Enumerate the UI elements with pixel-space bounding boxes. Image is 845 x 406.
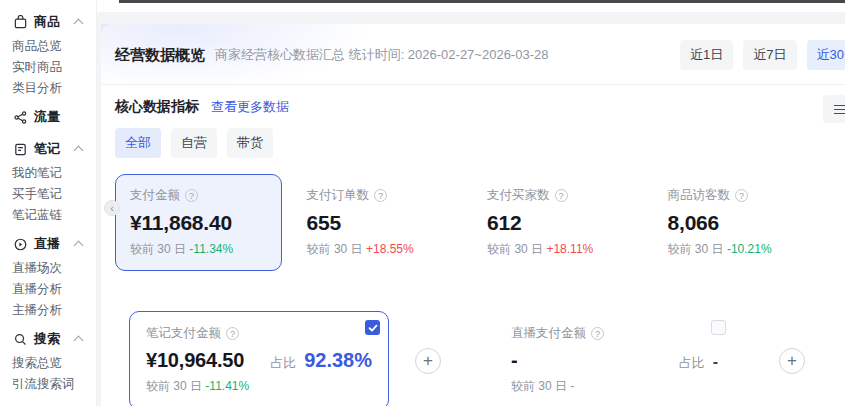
compare-label: 较前 30 日	[307, 242, 363, 256]
sidebar-section-traffic-header[interactable]: 流量	[0, 103, 96, 131]
kpi-compare: 较前 30 日 -10.21%	[668, 241, 806, 258]
panel-header: 经营数据概览 商家经营核心数据汇总 统计时间: 2026-02-27~2026-…	[101, 24, 845, 84]
change-value: +18.11%	[546, 242, 593, 256]
sidebar-section-live: 直播 直播场次 直播分析 主播分析	[0, 230, 96, 321]
kpi-value: ¥11,868.40	[130, 211, 267, 235]
compare-label: 较前 30 日	[487, 242, 543, 256]
kpi-row: 支付金额 ? ¥11,868.40 较前 30 日 -11.34% 支付订单数 …	[101, 174, 845, 271]
info-icon[interactable]: ?	[555, 189, 568, 202]
compare-label: 较前 30 日	[130, 242, 186, 256]
sidebar-item-product-overview[interactable]: 商品总览	[0, 36, 96, 57]
sidebar-section-search-header[interactable]: 搜索	[0, 325, 96, 353]
add-metric-button[interactable]: +	[779, 348, 805, 374]
checkbox-checked[interactable]	[365, 320, 380, 335]
change-value: +18.55%	[366, 242, 414, 256]
kpi-card-pay-amount[interactable]: 支付金额 ? ¥11,868.40 较前 30 日 -11.34%	[115, 174, 282, 271]
breakdown-compare: 较前 30 日 -11.41%	[146, 378, 372, 395]
box-icon	[13, 15, 28, 30]
filter-button[interactable]	[823, 95, 845, 123]
info-icon[interactable]: ?	[591, 327, 604, 340]
share-value: 92.38%	[304, 349, 372, 372]
change-value: -11.41%	[205, 379, 249, 393]
range-30d-button[interactable]: 近30日	[807, 40, 845, 70]
compare-label: 较前 30 日	[668, 242, 724, 256]
sidebar-item-search-overview[interactable]: 搜索总览	[0, 353, 96, 374]
page-title: 经营数据概览	[115, 46, 205, 65]
kpi-label-text: 商品访客数	[668, 187, 731, 204]
breakdown-label-text: 笔记支付金额	[146, 325, 221, 342]
sidebar-section-traffic: 流量	[0, 103, 96, 131]
chevron-up-icon	[74, 336, 84, 346]
sidebar-item-realtime-products[interactable]: 实时商品	[0, 57, 96, 78]
tab-self-operated[interactable]: 自营	[171, 128, 217, 158]
main-area: 经营数据概览 商家经营核心数据汇总 统计时间: 2026-02-27~2026-…	[97, 0, 845, 406]
sidebar-item-my-notes[interactable]: 我的笔记	[0, 163, 96, 184]
breakdown-value: -	[511, 349, 517, 372]
share-label: 占比	[270, 354, 296, 372]
date-range-group: 近1日 近7日 近30日	[680, 40, 845, 70]
note-icon	[13, 142, 28, 157]
subtitle-text: 商家经营核心数据汇总	[215, 47, 345, 62]
share-value: -	[713, 353, 718, 371]
sidebar-item-live-sessions[interactable]: 直播场次	[0, 258, 96, 279]
scope-tabs: 全部 自营 带货	[101, 126, 845, 172]
kpi-compare: 较前 30 日 -11.34%	[130, 241, 267, 258]
change-value: -10.21%	[727, 242, 772, 256]
breakdown-label: 直播支付金额 ?	[511, 325, 718, 342]
sidebar-section-live-header[interactable]: 直播	[0, 230, 96, 258]
top-divider	[119, 0, 845, 3]
sidebar-section-label: 流量	[34, 108, 60, 126]
sidebar-item-traffic-keywords[interactable]: 引流搜索词	[0, 374, 96, 395]
range-7d-button[interactable]: 近7日	[743, 40, 796, 70]
sidebar-section-products-header[interactable]: 商品	[0, 8, 96, 36]
breakdown-value-row: ¥10,964.50 占比 92.38%	[146, 349, 372, 372]
kpi-card-pay-orders[interactable]: 支付订单数 ? 655 较前 30 日 +18.55%	[290, 174, 462, 271]
sidebar-section-notes: 笔记 我的笔记 买手笔记 笔记蓝链	[0, 135, 96, 226]
sidebar-item-live-analysis[interactable]: 直播分析	[0, 279, 96, 300]
sidebar: 商品 商品总览 实时商品 类目分析 流量 笔记 我的笔	[0, 0, 97, 406]
search-icon	[13, 332, 28, 347]
breakdown-card-live-pay[interactable]: 直播支付金额 ? - 占比 - 较前 30 日 -	[495, 312, 734, 406]
menu-lines-icon	[834, 105, 845, 114]
kpi-label: 支付买家数 ?	[487, 187, 625, 204]
tab-affiliate[interactable]: 带货	[227, 128, 273, 158]
info-icon[interactable]: ?	[185, 189, 198, 202]
kpi-value: 8,066	[668, 211, 806, 235]
breakdown-value-row: - 占比 -	[511, 349, 718, 372]
info-icon[interactable]: ?	[226, 327, 239, 340]
sidebar-item-buyer-notes[interactable]: 买手笔记	[0, 184, 96, 205]
kpi-label-text: 支付订单数	[307, 187, 370, 204]
sidebar-section-notes-header[interactable]: 笔记	[0, 135, 96, 163]
kpi-compare: 较前 30 日 +18.55%	[307, 241, 445, 258]
sidebar-section-products: 商品 商品总览 实时商品 类目分析	[0, 8, 96, 99]
checkbox-unchecked[interactable]	[711, 320, 726, 335]
range-1d-button[interactable]: 近1日	[680, 40, 733, 70]
live-icon	[13, 237, 28, 252]
kpi-value: 612	[487, 211, 625, 235]
sidebar-section-label: 商品	[34, 13, 60, 31]
kpi-card-pay-buyers[interactable]: 支付买家数 ? 612 较前 30 日 +18.11%	[470, 174, 642, 271]
sidebar-item-host-analysis[interactable]: 主播分析	[0, 300, 96, 321]
tab-all[interactable]: 全部	[115, 128, 161, 158]
page-subtitle: 商家经营核心数据汇总 统计时间: 2026-02-27~2026-03-28	[215, 46, 548, 64]
sidebar-item-note-links[interactable]: 笔记蓝链	[0, 205, 96, 226]
info-icon[interactable]: ?	[735, 189, 748, 202]
kpi-label: 支付金额 ?	[130, 187, 267, 204]
section-title: 核心数据指标	[115, 98, 199, 116]
kpi-card-product-visitors[interactable]: 商品访客数 ? 8,066 较前 30 日 -10.21%	[651, 174, 823, 271]
overview-panel: 经营数据概览 商家经营核心数据汇总 统计时间: 2026-02-27~2026-…	[101, 24, 845, 406]
kpi-label: 商品访客数 ?	[668, 187, 806, 204]
breakdown-value: ¥10,964.50	[146, 349, 244, 372]
chevron-up-icon	[74, 241, 84, 251]
kpi-label-text: 支付金额	[130, 187, 180, 204]
sidebar-collapse-button[interactable]: ‹	[104, 200, 120, 216]
add-metric-button[interactable]: +	[415, 348, 441, 374]
sidebar-section-search: 搜索 搜索总览 引流搜索词	[0, 325, 96, 395]
kpi-value: 655	[307, 211, 445, 235]
breakdown-card-note-pay[interactable]: 笔记支付金额 ? ¥10,964.50 占比 92.38% 较前 30 日 -1…	[129, 311, 389, 406]
info-icon[interactable]: ?	[374, 189, 387, 202]
view-more-link[interactable]: 查看更多数据	[211, 98, 289, 116]
chevron-up-icon	[74, 146, 84, 156]
sidebar-item-category-analysis[interactable]: 类目分析	[0, 78, 96, 99]
breakdown-row: 笔记支付金额 ? ¥10,964.50 占比 92.38% 较前 30 日 -1…	[101, 311, 845, 406]
